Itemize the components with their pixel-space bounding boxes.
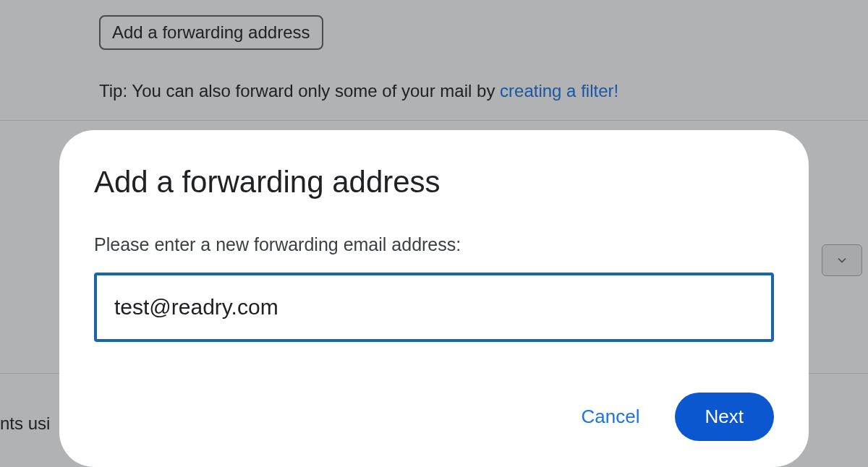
cancel-button[interactable]: Cancel	[564, 395, 658, 438]
dialog-prompt-text: Please enter a new forwarding email addr…	[94, 234, 774, 255]
dialog-action-row: Cancel Next	[94, 393, 774, 441]
next-button[interactable]: Next	[675, 393, 774, 441]
add-forwarding-address-dialog: Add a forwarding address Please enter a …	[59, 130, 809, 467]
dialog-title: Add a forwarding address	[94, 165, 774, 200]
forwarding-email-input[interactable]	[94, 273, 774, 342]
